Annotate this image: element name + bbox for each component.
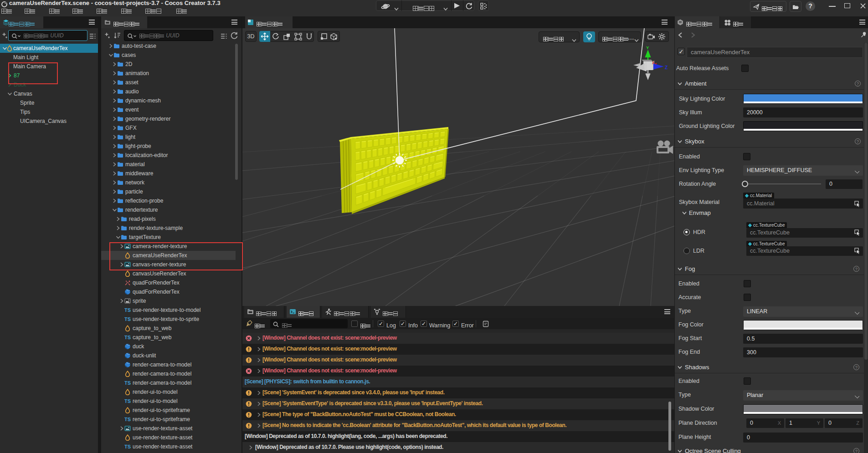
svg-text:TS: TS [124, 335, 131, 340]
svg-text:Y: Y [646, 45, 649, 50]
svg-text:Z: Z [665, 65, 668, 70]
svg-text:TS: TS [124, 417, 131, 422]
svg-text:TS: TS [124, 398, 131, 404]
svg-text:TS: TS [124, 316, 131, 322]
svg-text:TS: TS [124, 380, 131, 386]
svg-text:TS: TS [124, 444, 131, 449]
svg-text:TS: TS [124, 307, 131, 313]
